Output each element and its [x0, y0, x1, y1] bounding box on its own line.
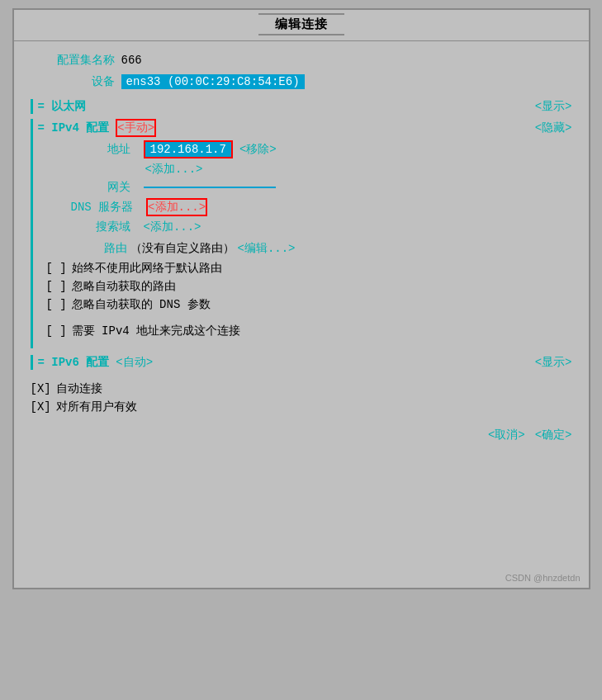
address-value-box: 192.168.1.7	[144, 140, 233, 158]
autoconnect-cb2-label: 对所有用户有效	[56, 400, 137, 414]
ipv4-cb1-label: 始终不使用此网络于默认路由	[72, 261, 222, 276]
ipv4-cb4-row: [ ] 需要 IPv4 地址来完成这个连接	[46, 324, 572, 338]
ipv6-mode[interactable]: <自动>	[116, 355, 153, 370]
gateway-value	[144, 187, 276, 188]
ipv4-header-left: = IPv4 配置 <手动>	[38, 119, 157, 137]
route-edit-btn[interactable]: <编辑...>	[238, 241, 296, 256]
ipv4-mode[interactable]: <手动>	[117, 121, 154, 135]
ipv4-header-row: = IPv4 配置 <手动> <隐藏>	[38, 119, 572, 137]
gateway-label: 网关	[71, 180, 137, 195]
device-value: ens33 (00:0C:29:C8:54:E6)	[121, 74, 305, 89]
watermark: CSDN @hnzdetdn	[505, 573, 581, 583]
config-name-row: 配置集名称 666	[31, 51, 572, 69]
window-title: 编辑连接	[258, 13, 344, 35]
ethernet-show-btn[interactable]: <显示>	[535, 99, 572, 114]
dns-add-btn[interactable]: <添加...>	[148, 201, 206, 214]
ipv4-cb2-label: 忽略自动获取的路由	[72, 279, 176, 294]
ipv4-hide-btn[interactable]: <隐藏>	[535, 121, 572, 135]
ipv4-cb4[interactable]: [ ]	[46, 324, 67, 338]
device-row: 设备 ens33 (00:0C:29:C8:54:E6)	[31, 73, 572, 91]
ipv6-section-header: = IPv6 配置 <自动> <显示>	[31, 355, 572, 370]
ipv4-label: = IPv4 配置	[38, 121, 110, 135]
add-ip-btn[interactable]: <添加...>	[145, 162, 203, 177]
search-row: 搜索域 <添加...>	[71, 220, 572, 234]
address-label: 地址	[71, 142, 137, 157]
ipv4-cb1-row: [ ] 始终不使用此网络于默认路由	[46, 261, 572, 276]
search-add-btn[interactable]: <添加...>	[144, 220, 201, 234]
dns-label: DNS 服务器	[71, 200, 140, 215]
search-label: 搜索域	[71, 220, 137, 234]
button-bar: <取消> <确定>	[31, 428, 572, 442]
ipv4-cb3-label: 忽略自动获取的 DNS 参数	[72, 297, 211, 312]
cancel-button[interactable]: <取消>	[488, 428, 525, 442]
route-row: 路由 （没有自定义路由） <编辑...>	[104, 241, 572, 256]
dns-add-red-box: <添加...>	[146, 198, 207, 216]
content-area: 配置集名称 666 设备 ens33 (00:0C:29:C8:54:E6) =…	[14, 41, 589, 588]
address-value: 192.168.1.7	[145, 142, 231, 157]
add-ip-row: <添加...>	[145, 162, 572, 177]
title-bar: 编辑连接	[14, 10, 589, 41]
ipv4-cb2-row: [ ] 忽略自动获取的路由	[46, 279, 572, 294]
ipv4-cb4-label: 需要 IPv4 地址来完成这个连接	[72, 324, 240, 338]
route-desc: （没有自定义路由）	[130, 241, 235, 256]
remove-btn[interactable]: <移除>	[239, 142, 277, 157]
ipv4-mode-box: <手动>	[116, 119, 156, 137]
ipv4-section: = IPv4 配置 <手动> <隐藏> 地址 192.168.1.7 <移除>	[31, 119, 572, 348]
gateway-row: 网关	[71, 180, 572, 195]
dns-row: DNS 服务器 <添加...>	[71, 198, 572, 216]
device-label: 设备	[31, 74, 121, 89]
ipv4-cb3-row: [ ] 忽略自动获取的 DNS 参数	[46, 297, 572, 312]
address-row: 地址 192.168.1.7 <移除>	[71, 140, 572, 158]
ipv6-show-btn[interactable]: <显示>	[535, 355, 572, 370]
autoconnect-cb2-row: [X] 对所有用户有效	[31, 400, 572, 414]
main-window: 编辑连接 配置集名称 666 设备 ens33 (00:0C:29:C8:54:…	[12, 8, 590, 589]
autoconnect-cb2[interactable]: [X]	[31, 400, 51, 414]
dns-add-box: <添加...>	[146, 198, 207, 216]
autoconnect-cb1-row: [X] 自动连接	[31, 381, 572, 396]
ipv6-header-left: = IPv6 配置 <自动>	[38, 355, 154, 370]
address-ip-box: 192.168.1.7	[144, 140, 233, 158]
config-name-label: 配置集名称	[31, 53, 121, 68]
ok-button[interactable]: <确定>	[535, 428, 572, 442]
ipv4-cb3[interactable]: [ ]	[46, 298, 67, 311]
autoconnect-cb1[interactable]: [X]	[31, 382, 51, 395]
ipv4-cb1[interactable]: [ ]	[46, 262, 67, 275]
route-label: 路由	[104, 241, 127, 256]
config-name-value: 666	[121, 54, 142, 67]
autoconnect-cb1-label: 自动连接	[56, 381, 102, 396]
ethernet-label: = 以太网	[38, 99, 87, 114]
ipv4-cb2[interactable]: [ ]	[46, 280, 67, 293]
ipv6-label: = IPv6 配置	[38, 355, 110, 370]
ethernet-section-header: = 以太网 <显示>	[31, 99, 572, 114]
